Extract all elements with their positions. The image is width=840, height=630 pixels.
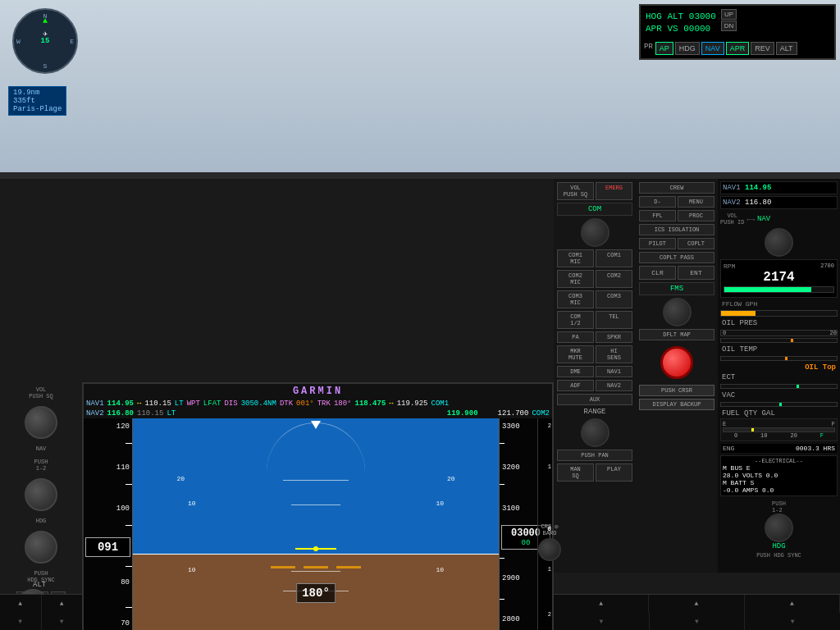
ap-btn-apr[interactable]: APR [726,42,750,55]
man-sq-btn[interactable]: MANSQ [557,463,594,482]
menu-btn[interactable]: MENU [678,196,714,208]
ap-dn-button[interactable]: DN [721,21,737,31]
right-hdg-knob[interactable] [765,514,793,542]
push-pan-btn[interactable]: PUSH PAN [557,450,632,461]
speed-tick1 [126,443,132,444]
fuel-f-label: F [832,421,835,427]
com2-mic-btn[interactable]: COM2MIC [557,270,594,288]
stripe1 [271,566,295,568]
com-mic-row1: COM1MIC COM1 [557,249,632,267]
br-softkey3[interactable]: ▲ [745,595,840,613]
vs-2up: 2 [548,422,551,429]
speed-tick3 [126,525,132,526]
alt-tick1 [500,443,504,444]
trk-label: TRK [317,399,331,408]
alt-2800: 2800 [502,615,520,623]
nav2-btn-cc[interactable]: NAV2 [596,380,632,391]
ground-stripes [170,566,463,568]
ent-btn[interactable]: ENT [678,266,714,280]
fms-knob-outer[interactable] [663,298,692,326]
eng-val: 0003.3 HRS [796,445,835,452]
fflow-row: FFLOW GPH [720,299,838,308]
oil-pres-scale: 0 20 [721,331,837,336]
com2-btn[interactable]: COM2 [596,270,632,288]
ap-btn-nav[interactable]: NAV [701,42,724,55]
pfd-area: 120 110 100 091 80 70 TAS 96KT [84,418,552,630]
eng-nav1-label: NAV1 [723,184,745,192]
com3-mic-btn[interactable]: COM3MIC [557,290,594,308]
heading-display: 180° [296,583,336,603]
range-knob[interactable] [581,418,609,447]
nav1-btn-cc[interactable]: NAV1 [596,366,632,377]
dme-btn[interactable]: DME [557,366,594,377]
hi-sens-btn[interactable]: HISENS [596,345,632,363]
display-backup-btn[interactable]: DISPLAY BACKUP [639,399,714,410]
crs-knob[interactable] [538,538,561,561]
com-12-btn[interactable]: COM1/2 [557,311,594,329]
m-bus-val: M BUS E [723,464,835,472]
tel-btn[interactable]: TEL [596,311,632,329]
br-arrow3[interactable]: ▼ [745,613,840,631]
mkr-mute-btn[interactable]: MKRMUTE [557,345,594,363]
com1-btn[interactable]: COM1 [596,249,632,267]
adf-nav2-row: ADF NAV2 [557,380,632,391]
red-emergency-button[interactable] [660,346,693,379]
com3-btn[interactable]: COM3 [596,290,632,308]
proc-btn[interactable]: PROC [678,210,714,221]
fuel-0: 0 [734,432,737,439]
coplt-pass-label: COPLT PASS [639,252,714,263]
br-softkey2[interactable]: ▲ [649,595,744,613]
adf-btn[interactable]: ADF [557,380,594,391]
push-crsr-btn[interactable]: PUSH CRSR [639,385,714,396]
rpm-max: 2700 [820,262,834,270]
pa-btn[interactable]: PA [557,331,594,343]
vs-2dn: 2 [548,611,551,618]
aux-btn[interactable]: AUX [557,394,632,405]
bl-softkey1[interactable]: ▲ [0,595,42,613]
speed-120: 120 [116,422,130,431]
distance-nm: 19.9nm [13,89,62,97]
fpl-proc-row: FPL PROC [639,210,714,221]
ap-btn-alt[interactable]: ALT [776,42,797,55]
br-arrow1[interactable]: ▼ [554,613,650,631]
right-hdg-knob-area: PUSH1-2 HDG PUSH HDG SYNC [720,500,838,559]
nav2-lt: LT [167,409,176,418]
m-batt-label: M BATT S [723,479,835,486]
com1-mic-btn[interactable]: COM1MIC [557,249,594,267]
dtk-val: 001° [296,399,314,408]
clr-btn[interactable]: CLR [639,266,676,280]
left-vol-label: VOLPUSH SQ [29,386,52,399]
ap-up-button[interactable]: UP [721,9,737,20]
oil-pres-marker [791,339,793,342]
play-btn[interactable]: PLAY [596,463,632,482]
right-vol-knob[interactable] [765,228,793,257]
ap-pr-label: PR [644,43,653,51]
alt-tick4 [500,599,504,600]
vac-label: VAC [722,391,735,399]
vs-1dn: 1 [548,566,551,573]
alt-tick3 [500,558,504,559]
oil-temp-marker [785,357,788,360]
oil-temp-label: OIL TEMP [722,345,757,354]
ap-line1: HOG ALT 03000 [646,11,716,21]
bl-arrow2[interactable]: ▼ [42,613,83,631]
speed-110: 110 [116,463,130,472]
left-hdg-knob[interactable] [25,531,57,564]
bl-arrow1[interactable]: ▼ [0,613,42,631]
left-vol-knob[interactable] [25,406,57,439]
com-vol-knob[interactable] [581,218,609,247]
ap-btn-rev[interactable]: REV [751,42,774,55]
br-arrow2[interactable]: ▼ [650,613,746,631]
ap-btn-hdg[interactable]: HDG [675,42,700,55]
fpl-btn[interactable]: FPL [639,210,676,221]
ect-label: ECT [722,373,735,381]
dflt-map-btn[interactable]: DFLT MAP [639,329,714,340]
ap-btn-ap[interactable]: AP [655,42,673,55]
spkr-btn[interactable]: SPKR [596,331,632,343]
compass-circle: N S W E 15 ✈ ▲ [12,8,78,74]
bl-softkey2[interactable]: ▲ [42,595,83,613]
br-softkey1[interactable]: ▲ [554,595,649,613]
d-btn[interactable]: D- [639,196,676,208]
fflow-bar-bg [720,310,838,317]
left-nav-knob[interactable] [25,478,57,511]
